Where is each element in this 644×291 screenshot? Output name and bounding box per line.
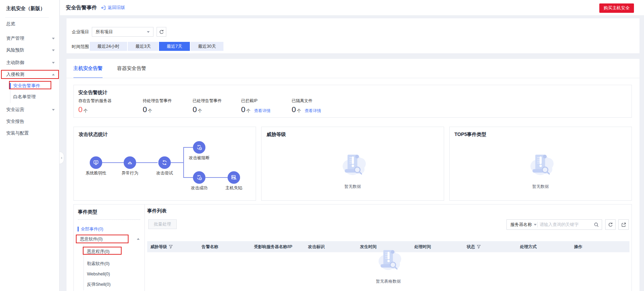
event-type-malware[interactable]: 恶意软件(0) (80, 236, 103, 242)
panels-row: 攻击状态统计 系统脆弱性 异常行为 (73, 127, 632, 201)
sidebar-item-proactive-defense[interactable]: 主动防御 (0, 58, 60, 67)
time-btn-7d[interactable]: 最近7天 (159, 42, 189, 51)
threat-level-title: 威胁等级 (266, 131, 286, 138)
enterprise-project-select[interactable]: 所有项目 (92, 27, 153, 37)
stat-value: 0 (241, 105, 245, 114)
page-title: 安全告警事件 (66, 0, 97, 15)
time-btn-30d[interactable]: 最近30天 (191, 42, 223, 51)
back-to-old-version-link[interactable]: 返回旧版 (101, 0, 125, 15)
event-types-panel: 事件类型 全部事件(0) 恶意软件(0) 恶意程序(0) 勒索软件(0) Web… (74, 204, 145, 291)
chevron-down-icon (52, 38, 55, 39)
chevron-up-icon (52, 74, 55, 75)
event-type-reverse-shell[interactable]: 反弹Shell(0) (87, 282, 111, 288)
stat-handled-alarm-events: 已处理告警事件 0个 (193, 98, 222, 114)
tree-guide-line (83, 245, 84, 290)
empty-text: 暂无表格数据 (376, 279, 401, 284)
refresh-icon (608, 222, 613, 227)
node-attack-succeeded (193, 171, 205, 184)
time-btn-24h[interactable]: 最近24小时 (90, 42, 127, 51)
table-empty-state: 暂无表格数据 (145, 246, 632, 284)
search-category-select[interactable]: 服务器名称 (507, 222, 534, 228)
refresh-icon (159, 29, 164, 35)
events-section: 事件类型 全部事件(0) 恶意软件(0) 恶意程序(0) 勒索软件(0) Web… (73, 204, 632, 291)
sidebar-item-risk-prevention[interactable]: 风险预防 (0, 46, 60, 54)
chevron-down-icon (534, 224, 537, 226)
batch-handle-button[interactable]: 批量处理 (148, 219, 177, 229)
top5-title: TOP5事件类型 (455, 131, 486, 138)
sidebar-item-install-config[interactable]: 安装与配置 (0, 129, 60, 137)
sidebar-divider (5, 17, 49, 18)
sidebar-item-whitelist-management[interactable]: 白名单管理 (0, 93, 60, 101)
stat-blocked-ips: 已拦截IP 0个查看详情 (241, 98, 271, 114)
alarm-tabs: 主机安全告警 容器安全告警 (73, 59, 146, 78)
sidebar: 主机安全（新版） 总览 资产管理 风险预防 主动防御 入侵检测 安全告警事件 白… (0, 0, 60, 291)
refresh-project-button[interactable] (157, 27, 166, 37)
chevron-down-icon (52, 62, 55, 64)
tab-container-security-alarms[interactable]: 容器安全告警 (117, 59, 146, 78)
attack-blocked-icon (196, 144, 202, 151)
chevron-up-icon (137, 238, 140, 240)
event-type-malicious-program[interactable]: 恶意程序(0) (87, 249, 109, 255)
sidebar-item-intrusion-detection[interactable]: 入侵检测 (0, 70, 60, 79)
app-title: 主机安全（新版） (6, 6, 45, 12)
stat-value: 0 (292, 105, 296, 114)
chevron-down-icon (52, 49, 55, 51)
threat-level-panel: 威胁等级 暂无数据 (261, 127, 444, 201)
view-details-link[interactable]: 查看详情 (254, 108, 271, 114)
stat-value: 0 (143, 105, 147, 114)
host-compromised-icon (231, 174, 237, 181)
refresh-table-button[interactable] (605, 219, 616, 230)
top5-empty-state: 暂无数据 (450, 139, 632, 200)
top5-event-types-panel: TOP5事件类型 暂无数据 (449, 127, 632, 201)
alarm-statistics-card: 安全告警统计 存在告警的服务器 0个 待处理告警事件 0个 已处理告警事件 0个… (73, 85, 632, 118)
event-type-all[interactable]: 全部事件(0) (81, 226, 103, 232)
node-system-vulnerability (90, 156, 102, 169)
selected-event-type-bar (78, 227, 79, 231)
empty-text: 暂无数据 (532, 184, 549, 190)
time-btn-3d[interactable]: 最近3天 (128, 42, 158, 51)
sidebar-item-security-alarm-events[interactable]: 安全告警事件 (0, 82, 60, 90)
filter-card: 企业项目 所有项目 时间范围 最近24小时 最近3天 最近7天 最近30天 (67, 18, 639, 53)
attack-status-title: 攻击状态统计 (79, 131, 108, 138)
search-combo: 服务器名称 (506, 219, 602, 230)
attack-status-panel: 攻击状态统计 系统脆弱性 异常行为 (73, 127, 256, 201)
tab-host-security-alarms[interactable]: 主机安全告警 (73, 59, 103, 78)
event-type-ransomware[interactable]: 勒索软件(0) (87, 261, 109, 267)
export-table-button[interactable] (618, 219, 629, 230)
search-button[interactable] (591, 222, 602, 227)
time-range-group: 最近24小时 最近3天 最近7天 最近30天 (90, 42, 223, 51)
stat-isolated-files: 已隔离文件 0个查看详情 (292, 98, 321, 114)
sidebar-collapse-handle[interactable]: ‹ (60, 152, 64, 164)
node-attack-attempt (158, 156, 171, 169)
node-host-compromised (228, 171, 240, 184)
attack-success-icon (196, 174, 202, 181)
search-icon (594, 222, 599, 227)
monitor-icon (93, 160, 99, 166)
stat-value: 0 (193, 105, 197, 114)
empty-data-icon (374, 246, 403, 275)
attack-attempt-icon (161, 160, 168, 166)
alarm-statistics-title: 安全告警统计 (78, 90, 107, 96)
event-list-title: 事件列表 (147, 208, 167, 214)
sidebar-item-security-report[interactable]: 安全报告 (0, 117, 60, 126)
siren-icon (127, 160, 133, 166)
main-content-card: 主机安全告警 容器安全告警 安全告警统计 存在告警的服务器 0个 待处理告警事件… (67, 59, 639, 291)
topbar: 安全告警事件 返回旧版 购买主机安全 (60, 0, 644, 15)
node-abnormal-behavior (124, 156, 136, 169)
time-range-label: 时间范围 (72, 44, 89, 50)
empty-data-icon (526, 151, 555, 180)
enterprise-project-label: 企业项目 (72, 29, 89, 35)
threat-level-empty-state: 暂无数据 (262, 139, 443, 200)
sidebar-item-assets[interactable]: 资产管理 (0, 34, 60, 43)
stat-pending-alarm-events: 待处理告警事件 0个 (143, 98, 172, 114)
sidebar-item-security-operations[interactable]: 安全运营 (0, 106, 60, 114)
view-details-link[interactable]: 查看详情 (305, 108, 321, 114)
chevron-down-icon (147, 31, 150, 33)
buy-hss-button[interactable]: 购买主机安全 (599, 3, 634, 13)
event-type-webshell[interactable]: Webshell(0) (87, 272, 110, 276)
dotted-divider (78, 219, 140, 220)
search-input[interactable] (538, 222, 591, 227)
empty-text: 暂无数据 (344, 184, 361, 190)
node-attack-blocked (193, 141, 205, 154)
sidebar-item-overview[interactable]: 总览 (0, 20, 60, 28)
